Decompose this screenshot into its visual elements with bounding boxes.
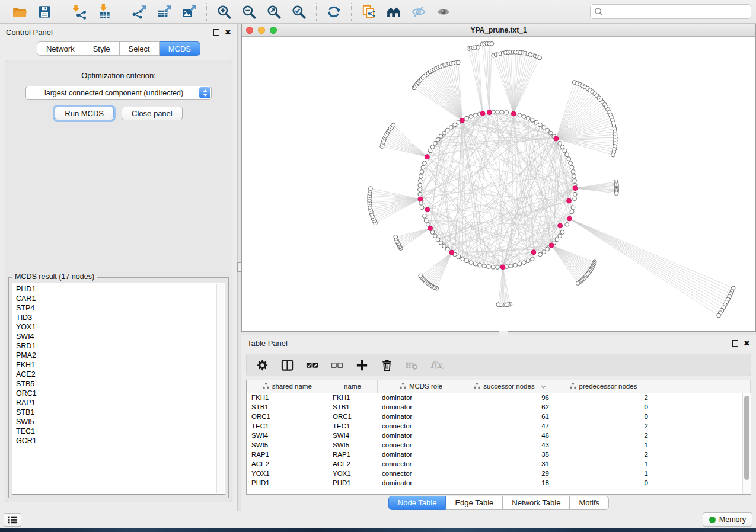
desktop-wallpaper xyxy=(0,528,756,532)
save-button[interactable] xyxy=(33,2,56,21)
tab-node-table[interactable]: Node Table xyxy=(388,496,446,510)
list-scrollbar[interactable] xyxy=(216,284,224,493)
table-row[interactable]: RAP1RAP1 dominator35 2 xyxy=(247,450,751,459)
mcds-result-item[interactable]: FKH1 xyxy=(16,360,225,370)
close-panel-button[interactable]: Close panel xyxy=(122,107,183,120)
export-image-icon xyxy=(181,4,197,20)
mcds-result-item[interactable]: PMA2 xyxy=(16,351,225,360)
tab-network-table[interactable]: Network Table xyxy=(503,496,570,510)
table-row[interactable]: ORC1ORC1 dominator61 0 xyxy=(247,412,751,421)
column-layout-icon xyxy=(280,358,294,372)
table-row[interactable]: TEC1TEC1 connector47 2 xyxy=(247,421,751,431)
mcds-result-item[interactable]: YOX1 xyxy=(16,322,225,332)
mcds-result-item[interactable]: GCR1 xyxy=(16,436,225,446)
float-icon[interactable] xyxy=(213,29,219,36)
delete-row-button[interactable] xyxy=(377,356,396,374)
import-network-icon xyxy=(72,4,87,20)
settings-button[interactable] xyxy=(253,356,272,374)
open-button[interactable] xyxy=(8,2,31,21)
table-row[interactable]: SWI4SWI4 dominator46 2 xyxy=(247,431,751,440)
tab-network[interactable]: Network xyxy=(37,41,84,56)
search-input[interactable] xyxy=(603,6,747,18)
search-box[interactable] xyxy=(590,4,751,19)
table-row[interactable]: SWI5SWI5 connector43 1 xyxy=(247,440,751,450)
task-history-button[interactable] xyxy=(4,513,21,527)
table-row[interactable]: PHD1PHD1 dominator18 0 xyxy=(247,478,751,488)
mcds-result-title: MCDS result (17 nodes) xyxy=(12,273,97,281)
table-bottom-tabs: Node Table Edge Table Network Table Moti… xyxy=(241,495,756,511)
hide-selected-button[interactable] xyxy=(407,2,430,21)
shared-column-icon xyxy=(263,383,269,389)
refresh-button[interactable] xyxy=(323,2,345,21)
hide-selected-icon xyxy=(411,4,426,20)
mcds-result-item[interactable]: PHD1 xyxy=(16,284,225,294)
export-table-button[interactable] xyxy=(153,2,176,21)
mcds-result-item[interactable]: RAP1 xyxy=(16,398,225,408)
ring-nodes[interactable] xyxy=(368,41,735,318)
splitter-grip[interactable] xyxy=(499,331,508,335)
float-icon[interactable] xyxy=(732,340,738,347)
import-network-button[interactable] xyxy=(68,2,91,21)
function-builder-button: f(x) xyxy=(427,356,446,374)
zoom-out-button[interactable] xyxy=(238,2,260,21)
mcds-result-item[interactable]: TEC1 xyxy=(16,427,225,436)
mcds-result-item[interactable]: ACE2 xyxy=(16,370,225,379)
zoom-in-button[interactable] xyxy=(213,2,235,21)
node-table: shared namename MCDS role successor node… xyxy=(247,380,751,488)
table-row[interactable]: FKH1FKH1 dominator96 2 xyxy=(247,393,751,402)
column-header-MCDS-role[interactable]: MCDS role xyxy=(377,380,465,393)
column-header-shared-name[interactable]: shared name xyxy=(247,380,328,393)
vertical-splitter[interactable] xyxy=(237,24,241,511)
network-graph[interactable] xyxy=(242,37,755,331)
table-scrollbar-thumb[interactable] xyxy=(744,396,749,480)
criterion-dropdown[interactable]: largest connected component (undirected) xyxy=(25,86,212,100)
network-window: YPA_prune.txt_1 xyxy=(241,24,756,332)
horizontal-splitter[interactable] xyxy=(241,332,756,335)
column-header-name[interactable]: name xyxy=(328,380,377,393)
mcds-result-item[interactable]: TID3 xyxy=(16,313,225,322)
export-image-button[interactable] xyxy=(178,2,200,21)
show-all-button[interactable] xyxy=(432,2,455,21)
tab-motifs[interactable]: Motifs xyxy=(570,496,609,510)
tab-edge-table[interactable]: Edge Table xyxy=(446,496,503,510)
tab-mcds[interactable]: MCDS xyxy=(160,41,200,56)
zoom-selected-button[interactable] xyxy=(288,2,310,21)
mcds-result-item[interactable]: SWI5 xyxy=(16,417,225,427)
close-icon[interactable]: ✖ xyxy=(744,339,750,347)
close-icon[interactable]: ✖ xyxy=(225,28,231,36)
mcds-result-item[interactable]: CAR1 xyxy=(16,294,225,303)
export-network-button[interactable] xyxy=(128,2,151,21)
mcds-result-item[interactable]: SWI4 xyxy=(16,332,225,341)
run-mcds-button[interactable]: Run MCDS xyxy=(55,107,114,120)
table-scrollbar[interactable] xyxy=(742,393,751,494)
mcds-result-item[interactable]: STP4 xyxy=(16,303,225,313)
import-table-button[interactable] xyxy=(93,2,116,21)
table-row[interactable]: STB1STB1 dominator62 0 xyxy=(247,402,751,412)
first-neighbors-icon xyxy=(386,4,401,20)
memory-button[interactable]: Memory xyxy=(703,512,752,527)
select-all-button[interactable] xyxy=(302,356,321,374)
deselect-all-button[interactable] xyxy=(327,356,346,374)
network-canvas[interactable] xyxy=(242,37,755,331)
tab-select[interactable]: Select xyxy=(120,41,160,56)
column-header-predecessor-nodes[interactable]: predecessor nodes xyxy=(554,380,653,393)
table-row[interactable]: YOX1YOX1 connector29 1 xyxy=(247,469,751,478)
svg-text:f(x): f(x) xyxy=(430,360,443,370)
select-all-icon xyxy=(305,358,319,372)
first-neighbors-button[interactable] xyxy=(382,2,405,21)
mcds-result-item[interactable]: STB5 xyxy=(16,379,225,389)
duplicate-network-button[interactable] xyxy=(358,2,380,21)
splitter-grip[interactable] xyxy=(237,262,242,272)
table-row[interactable]: ACE2ACE2 connector31 1 xyxy=(247,459,751,469)
mcds-result-item[interactable]: SRD1 xyxy=(16,341,225,351)
add-row-button[interactable] xyxy=(352,356,371,374)
zoom-fit-button[interactable] xyxy=(263,2,285,21)
mcds-result-item[interactable]: STB1 xyxy=(16,408,225,417)
control-panel: Control Panel ✖ Network Style Select MCD… xyxy=(0,24,237,511)
zoom-selected-icon xyxy=(291,4,307,20)
mcds-result-item[interactable]: ORC1 xyxy=(16,389,225,398)
column-header-successor-nodes[interactable]: successor nodes xyxy=(465,380,554,393)
table-body: FKH1FKH1 dominator96 2 STB1STB1 dominato… xyxy=(247,393,751,488)
tab-style[interactable]: Style xyxy=(84,41,120,56)
column-layout-button[interactable] xyxy=(277,356,296,374)
